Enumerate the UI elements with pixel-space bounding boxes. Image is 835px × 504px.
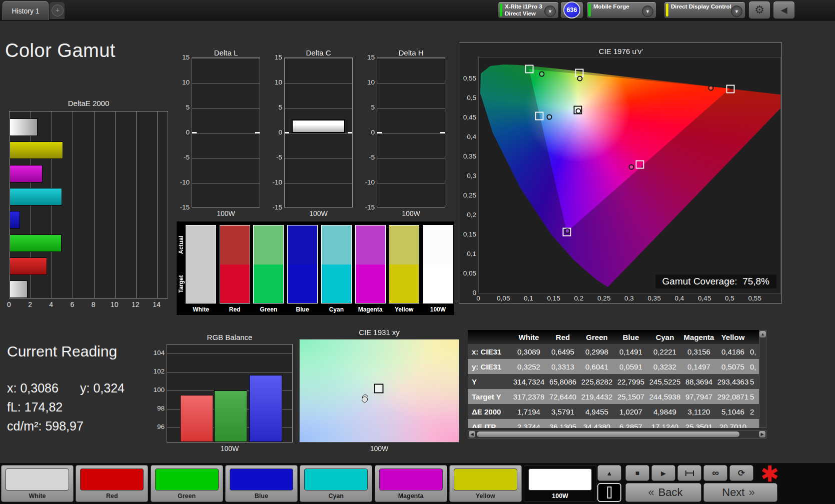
grid-line xyxy=(192,58,260,58)
add-tab-button[interactable]: + xyxy=(50,2,65,19)
source-status-stripe xyxy=(588,4,591,16)
chevron-down-icon: ▼ xyxy=(731,6,742,17)
hscroll-thumb[interactable] xyxy=(477,432,739,437)
tab-history-1[interactable]: History 1 xyxy=(3,1,49,20)
meter-count-button[interactable]: 636 xyxy=(560,2,583,18)
table-cell: 0,0591 xyxy=(614,362,648,371)
pattern-button-green[interactable]: Green xyxy=(151,465,223,502)
reading-x: x: 0,3086 xyxy=(7,381,59,396)
display-toggle-button[interactable] xyxy=(597,483,621,502)
collapse-panel-button[interactable]: ◀ xyxy=(773,1,795,19)
source-label: Mobile Forge xyxy=(593,3,629,10)
swatch-label: Cyan xyxy=(317,306,356,313)
x-tick-label: 0 xyxy=(3,300,15,308)
grid-line xyxy=(192,108,260,108)
table-cell: 34,4380 xyxy=(580,422,614,428)
table-cell: 5,1046 xyxy=(716,408,750,416)
actual-row-label: Actual xyxy=(178,226,185,264)
pattern-up-button[interactable]: ▲ xyxy=(597,465,621,481)
bar-red xyxy=(10,258,47,275)
x-tick-label: 14 xyxy=(151,300,163,308)
table-header-row: WhiteRedGreenBlueCyanMagentaYellow xyxy=(468,330,759,344)
table-cell: 292,0871 xyxy=(716,392,750,401)
scroll-right-icon[interactable]: ▶ xyxy=(759,431,765,438)
y-tick-label: -5 xyxy=(175,154,190,161)
table-cell-clipped: 0, xyxy=(750,362,759,371)
deltae2000-chart xyxy=(9,111,168,298)
header-yellow: Yellow xyxy=(716,333,750,342)
chevron-down-icon: ▼ xyxy=(642,6,653,17)
table-cell: 0,4186 xyxy=(716,348,750,356)
x-tick-label: 0,3 xyxy=(619,294,639,302)
swatch-white-actual xyxy=(186,225,216,264)
y-tick-label: 10 xyxy=(175,78,190,86)
loop-button[interactable]: ∞ xyxy=(703,465,727,481)
swatch-white-target xyxy=(186,264,216,304)
pattern-color-patch xyxy=(155,468,219,490)
actual-target-swatch-panel: Actual Target WhiteRedGreenBlueCyanMagen… xyxy=(177,222,454,315)
fit-width-button[interactable] xyxy=(677,465,701,481)
back-button[interactable]: « Back xyxy=(625,483,701,502)
app-window: History 1 + X-Rite i1Pro 3Direct View ▼ … xyxy=(0,0,835,504)
table-cell: 3,5791 xyxy=(546,408,580,416)
display-control-dropdown[interactable]: Direct Display Control ▼ xyxy=(664,2,745,18)
table-cell: 0,5075 xyxy=(716,362,750,371)
swatch-label: 100W xyxy=(419,306,457,313)
source-dropdown[interactable]: Mobile Forge ▼ xyxy=(586,2,656,18)
delta_l-x-label: 100W xyxy=(192,210,260,218)
scroll-left-icon[interactable]: ◀ xyxy=(469,431,475,438)
gamut-coverage-readout: Gamut Coverage: 75,8% xyxy=(655,274,776,288)
table-cell-clipped: 2 xyxy=(750,408,759,416)
swatch-green-actual xyxy=(253,225,284,264)
play-icon: ▶ xyxy=(661,470,666,477)
bar-100w xyxy=(10,118,38,136)
table-horizontal-scrollbar[interactable]: ◀ ▶ xyxy=(468,430,766,438)
x-tick-label: 0,2 xyxy=(569,294,589,302)
plus-icon: + xyxy=(52,4,64,16)
pattern-label: Yellow xyxy=(450,492,521,500)
table-vertical-scrollbar[interactable]: ▲ xyxy=(759,330,766,428)
delta_l-title: Delta L xyxy=(192,48,260,57)
pattern-button-100w[interactable]: 100W xyxy=(524,465,596,502)
x-tick-label: 8 xyxy=(88,300,100,308)
y-tick-label: -15 xyxy=(267,204,282,211)
cie1931-x-label: 100W xyxy=(299,444,459,452)
pattern-button-red[interactable]: Red xyxy=(76,465,148,502)
grid-line xyxy=(136,112,137,298)
pattern-button-magenta[interactable]: Magenta xyxy=(375,465,447,502)
bar-green xyxy=(10,234,62,252)
scroll-up-icon[interactable]: ▲ xyxy=(759,331,766,338)
grid-line xyxy=(94,112,95,298)
swatch-magenta-actual xyxy=(355,225,386,264)
x-tick-label: 0,5 xyxy=(720,294,740,302)
next-button[interactable]: Next » xyxy=(703,483,777,502)
rgb-balance-chart xyxy=(167,344,293,442)
table-row: ΔE ITP2,374436,130534,43806,285717,12402… xyxy=(468,419,759,428)
refresh-button[interactable]: ⟳ xyxy=(729,465,753,481)
meter-count-badge: 636 xyxy=(563,2,580,18)
stop-button[interactable]: ■ xyxy=(625,465,649,481)
pattern-button-white[interactable]: White xyxy=(1,465,74,502)
y-tick-label: 15 xyxy=(267,54,282,61)
pattern-button-cyan[interactable]: Cyan xyxy=(300,465,372,502)
y-tick-label: 10 xyxy=(360,78,375,86)
pattern-label: White xyxy=(2,492,73,500)
y-tick-label: 0 xyxy=(267,128,282,136)
settings-button[interactable]: ⚙ xyxy=(748,1,770,19)
target-marker-white xyxy=(374,384,384,393)
zero-tick xyxy=(255,132,260,134)
y-tick-label: -15 xyxy=(175,204,190,211)
reading-cdm2: cd/m²: 598,97 xyxy=(7,419,84,434)
display-icon xyxy=(607,486,612,498)
play-button[interactable]: ▶ xyxy=(651,465,675,481)
measured-marker-blue xyxy=(564,228,570,234)
infinity-icon: ∞ xyxy=(712,468,719,478)
meter-dropdown[interactable]: X-Rite i1Pro 3Direct View ▼ xyxy=(498,2,559,18)
pattern-button-blue[interactable]: Blue xyxy=(225,465,298,502)
y-tick-label: 0,2 xyxy=(460,211,476,218)
table-cell: 97,7947 xyxy=(682,392,716,401)
y-tick-label: 0 xyxy=(360,128,375,136)
zero-tick xyxy=(440,132,445,134)
pattern-button-yellow[interactable]: Yellow xyxy=(449,465,522,502)
stop-icon: ■ xyxy=(635,469,639,477)
